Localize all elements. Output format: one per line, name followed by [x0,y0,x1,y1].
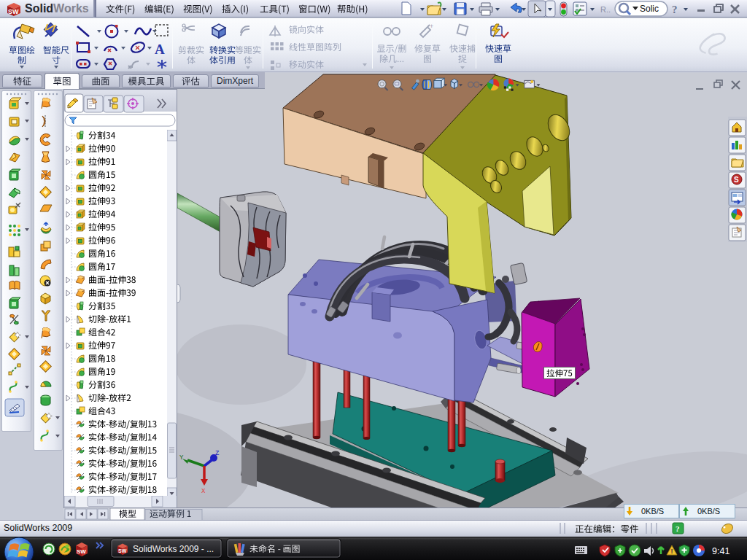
svg-text:Solic: Solic [640,4,659,14]
svg-text:?: ? [672,4,678,15]
svg-text:S: S [734,176,739,184]
svg-text:SW: SW [77,548,86,555]
svg-text:SolidWorks 2009 - ...: SolidWorks 2009 - ... [133,544,214,554]
svg-text:Y: Y [179,454,184,462]
svg-text:R..: R.. [600,5,611,14]
svg-text:X: X [201,488,206,495]
svg-text:!: ! [671,548,673,555]
svg-text:+: + [430,23,433,30]
svg-text:A: A [155,42,165,57]
svg-text:9:41: 9:41 [712,546,729,556]
svg-text:0KB/S: 0KB/S [641,507,664,516]
svg-text:Z: Z [215,450,220,457]
svg-text:SW: SW [118,548,127,553]
svg-text:0KB/S: 0KB/S [697,507,720,516]
svg-text:?: ? [676,524,680,533]
svg-text:SW: SW [8,8,19,15]
